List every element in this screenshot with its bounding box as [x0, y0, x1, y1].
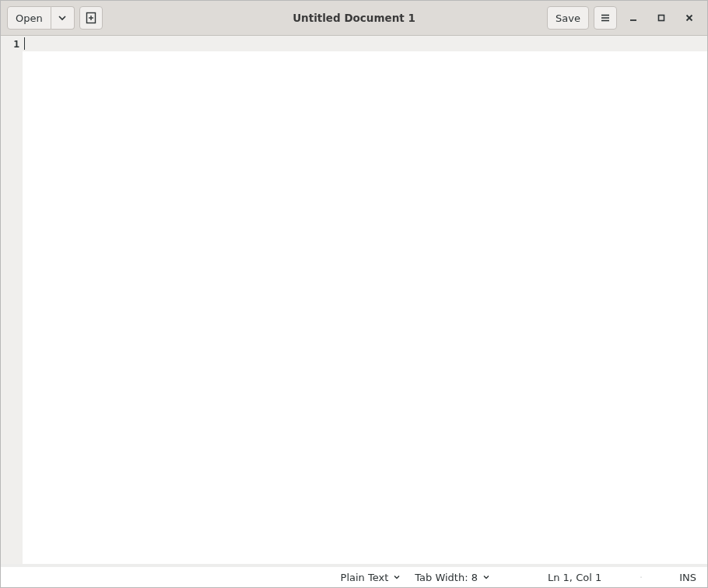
save-button-label: Save	[556, 12, 580, 24]
insert-mode-label: INS	[679, 572, 696, 583]
chevron-down-icon	[391, 574, 402, 580]
save-button[interactable]: Save	[547, 6, 589, 30]
editor-inner: 1	[1, 36, 707, 564]
line-number: 1	[1, 37, 23, 51]
position-menu-button[interactable]	[636, 569, 647, 586]
window-close-button[interactable]	[678, 6, 701, 30]
hamburger-icon	[600, 12, 611, 23]
minimize-icon	[629, 13, 638, 23]
hamburger-menu-button[interactable]	[594, 6, 617, 30]
current-line-highlight	[23, 37, 707, 51]
open-button-label: Open	[16, 12, 43, 24]
tab-width-selector[interactable]: Tab Width: 8	[410, 569, 496, 586]
header-bar: Open Untitled Document 1	[1, 1, 707, 36]
window-minimize-button[interactable]	[622, 6, 645, 30]
open-button[interactable]: Open	[7, 6, 51, 30]
header-left-group: Open	[7, 6, 103, 30]
language-selector[interactable]: Plain Text	[336, 569, 408, 586]
cursor-position-label: Ln 1, Col 1	[548, 572, 601, 583]
open-button-group: Open	[7, 6, 75, 30]
line-number-gutter: 1	[1, 36, 23, 564]
chevron-down-icon	[481, 574, 492, 580]
new-document-icon	[85, 12, 97, 24]
open-recent-button[interactable]	[51, 6, 75, 30]
cursor-position: Ln 1, Col 1	[543, 569, 606, 586]
new-tab-button[interactable]	[79, 6, 103, 30]
chevron-down-icon	[58, 14, 66, 22]
gedit-window: Open Untitled Document 1	[0, 0, 708, 588]
header-right-group: Save	[547, 6, 701, 30]
close-icon	[685, 13, 694, 23]
editor-area: 1	[1, 36, 707, 564]
insert-mode-indicator[interactable]: INS	[676, 572, 699, 583]
maximize-icon	[657, 13, 666, 23]
window-maximize-button[interactable]	[650, 6, 673, 30]
text-editor[interactable]	[23, 51, 707, 564]
language-label: Plain Text	[341, 572, 389, 583]
text-surface-wrap	[23, 36, 707, 564]
svg-rect-7	[659, 16, 664, 21]
text-cursor	[24, 37, 25, 50]
tab-width-label: Tab Width: 8	[415, 572, 478, 583]
status-bar: Plain Text Tab Width: 8 Ln 1, Col 1 INS	[1, 567, 707, 587]
